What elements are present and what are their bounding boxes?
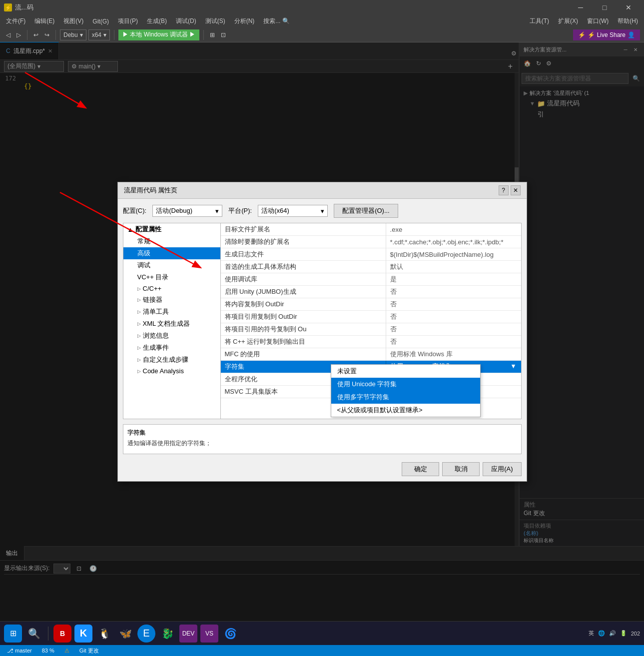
live-share-button[interactable]: ⚡ ⚡ Live Share 👤 <box>573 29 640 40</box>
menu-git[interactable]: Git(G) <box>88 15 113 27</box>
tree-manifest[interactable]: ▷ 清单工具 <box>123 306 220 318</box>
platform-chevron-icon: ▾ <box>321 207 324 215</box>
tree-code-analysis[interactable]: ▷ Code Analysis <box>123 366 220 376</box>
taskbar-icon-1[interactable]: B <box>53 625 71 643</box>
prop-name-9: 将项目引用的符号复制到 Ou <box>221 323 386 336</box>
back-button[interactable]: ◁ <box>4 29 12 41</box>
taskbar-search-button[interactable]: 🔍 <box>25 625 43 643</box>
dialog-help-button[interactable]: ? <box>499 185 509 195</box>
tree-browse[interactable]: ▷ 浏览信息 <box>123 330 220 342</box>
taskbar-icon-2[interactable]: 🐧 <box>95 625 113 643</box>
menu-help[interactable]: 帮助(H) <box>614 15 642 27</box>
maximize-button[interactable]: □ <box>593 0 616 15</box>
tree-linker[interactable]: ▷ 链接器 <box>123 294 220 306</box>
toolbar-misc-1[interactable]: ⊞ <box>208 29 217 41</box>
config-manager-button[interactable]: 配置管理器(O)... <box>334 204 398 218</box>
git-changes-status[interactable]: Git 更改 <box>76 647 102 655</box>
tree-vc-dirs[interactable]: VC++ 目录 <box>123 271 220 283</box>
tree-xml[interactable]: ▷ XML 文档生成器 <box>123 318 220 330</box>
charset-dropdown-arrow-icon[interactable]: ▾ <box>512 362 515 370</box>
tree-root[interactable]: ▲ 配置属性 <box>123 223 220 235</box>
undo-button[interactable]: ↩ <box>31 29 40 41</box>
menu-file[interactable]: 文件(F) <box>2 15 29 27</box>
charset-option-unset[interactable]: 未设置 <box>331 365 480 378</box>
prop-row-11: MFC 的使用 使用标准 Windows 库 <box>221 348 521 361</box>
apply-button[interactable]: 应用(A) <box>483 462 521 476</box>
tree-linker-label: 链接器 <box>143 295 162 304</box>
menu-view[interactable]: 视图(V) <box>59 15 87 27</box>
tree-xml-arrow: ▷ <box>137 321 141 326</box>
menu-tools[interactable]: 工具(T) <box>526 15 553 27</box>
dialog-close-button[interactable]: ✕ <box>511 185 521 195</box>
taskbar-start-button[interactable]: ⊞ <box>4 625 22 643</box>
live-share-icon: ⚡ <box>578 31 586 38</box>
platform-dropdown[interactable]: 活动(x64) ▾ <box>258 205 328 217</box>
menu-project[interactable]: 项目(P) <box>114 15 142 27</box>
taskbar-icon-5[interactable]: 🌀 <box>221 625 239 643</box>
prop-value-1: .exe <box>386 223 521 236</box>
ok-button[interactable]: 确定 <box>402 462 439 476</box>
tree-manifest-label: 清单工具 <box>143 307 169 316</box>
tree-vc-dirs-label: VC++ 目录 <box>137 273 169 282</box>
taskbar-volume-icon: 🔊 <box>609 630 616 637</box>
platform-dropdown[interactable]: x64 ▾ <box>88 29 110 40</box>
charset-option-multibyte[interactable]: 使用多字节字符集 <box>331 391 480 404</box>
menu-debug[interactable]: 调试(D) <box>172 15 200 27</box>
menu-build[interactable]: 生成(B) <box>143 15 171 27</box>
taskbar-icon-dev[interactable]: DEV <box>179 625 197 643</box>
prop-name-6: 启用 Unity (JUMBO)生成 <box>221 286 386 298</box>
charset-option-inherit[interactable]: <从父级或项目默认设置继承> <box>331 404 480 417</box>
config-dropdown[interactable]: 活动(Debug) ▾ <box>152 205 222 217</box>
tree-debug-label: 调试 <box>137 261 150 270</box>
charset-dropdown: 未设置 使用 Unicode 字符集 使用多字节字符集 <从父级或项目默认设置继… <box>331 364 481 417</box>
toolbar-sep-4 <box>203 30 204 40</box>
taskbar-icon-4[interactable]: 🐉 <box>158 625 176 643</box>
menu-window[interactable]: 窗口(W) <box>583 15 613 27</box>
menu-analyze[interactable]: 分析(N) <box>230 15 259 27</box>
taskbar-icon-3[interactable]: 🦋 <box>116 625 134 643</box>
tree-custom-arrow: ▷ <box>137 357 141 362</box>
chevron-down-icon-2: ▾ <box>103 31 106 38</box>
start-debug-button[interactable]: ▶ 本地 Windows 调试器 ▶ <box>118 29 199 40</box>
properties-dialog: 流星雨代码 属性页 ? ✕ 配置(C): 活动(Debug) ▾ 平台(P): … <box>117 182 527 482</box>
tree-custom-build[interactable]: ▷ 自定义生成步骤 <box>123 354 220 366</box>
dialog-props-panel: 目标文件扩展名 .exe 清除时要删除的扩展名 *.cdf;*.cache;*.… <box>221 223 521 419</box>
tree-build-events[interactable]: ▷ 生成事件 <box>123 342 220 354</box>
forward-button[interactable]: ▷ <box>14 29 23 41</box>
menu-extensions[interactable]: 扩展(X) <box>554 15 582 27</box>
tree-cpp[interactable]: ▷ C/C++ <box>123 283 220 294</box>
taskbar: ⊞ 🔍 B K 🐧 🦋 E 🐉 DEV VS 🌀 英 🌐 🔊 🔋 202 <box>0 621 644 645</box>
dialog-title-controls: ? ✕ <box>499 185 521 195</box>
dialog-top-bar: 配置(C): 活动(Debug) ▾ 平台(P): 活动(x64) ▾ 配置管理… <box>123 204 522 218</box>
tree-advanced[interactable]: 高级 <box>123 247 220 259</box>
status-bar: ⎇ master 83 % ⚠ Git 更改 <box>0 645 644 656</box>
cancel-button[interactable]: 取消 <box>442 462 480 476</box>
error-icon: ⚠ <box>61 648 72 654</box>
charset-option-unicode[interactable]: 使用 Unicode 字符集 <box>331 378 480 391</box>
prop-row-6: 启用 Unity (JUMBO)生成 否 <box>221 286 521 298</box>
menu-search[interactable]: 搜索... 🔍 <box>259 15 293 27</box>
menu-test[interactable]: 测试(S) <box>201 15 229 27</box>
taskbar-icon-edge[interactable]: E <box>137 625 155 643</box>
taskbar-icon-vs[interactable]: VS <box>200 625 218 643</box>
redo-button[interactable]: ↪ <box>42 29 51 41</box>
tree-general[interactable]: 常规 <box>123 235 220 247</box>
toolbar-sep-3 <box>114 30 114 40</box>
menu-edit[interactable]: 编辑(E) <box>30 15 58 27</box>
tree-debug[interactable]: 调试 <box>123 259 220 271</box>
close-button[interactable]: ✕ <box>617 0 640 15</box>
prop-value-5: 是 <box>386 273 521 286</box>
prop-name-7: 将内容复制到 OutDir <box>221 298 386 311</box>
window-controls: ─ □ ✕ <box>569 0 640 15</box>
taskbar-icon-k[interactable]: K <box>74 625 92 643</box>
git-branch-status[interactable]: ⎇ master <box>4 648 35 654</box>
tree-xml-label: XML 文档生成器 <box>143 319 190 328</box>
prop-row-8: 将项目引用复制到 OutDir 否 <box>221 311 521 323</box>
zoom-status[interactable]: 83 % <box>39 648 57 654</box>
minimize-button[interactable]: ─ <box>569 0 592 15</box>
config-label: 配置(C): <box>123 206 147 215</box>
debug-config-dropdown[interactable]: Debu ▾ <box>60 29 86 40</box>
tree-linker-arrow: ▷ <box>137 297 141 302</box>
toolbar-misc-2[interactable]: ⊡ <box>219 29 228 41</box>
dialog-main-panel: ▲ 配置属性 常规 高级 调试 <box>123 223 522 419</box>
